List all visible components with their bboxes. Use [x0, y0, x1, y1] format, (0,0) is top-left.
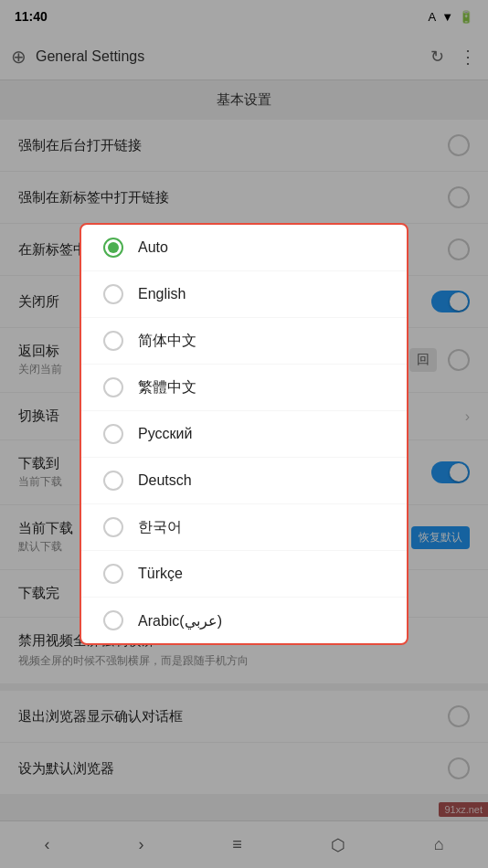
radio-inner-auto [108, 242, 119, 253]
language-dialog-overlay: Auto English 简体中文 繁體中文 Русский Deutsch 한… [0, 0, 488, 868]
radio-simplified-chinese[interactable] [103, 331, 123, 351]
radio-english[interactable] [103, 284, 123, 304]
dialog-option-russian[interactable]: Русский [81, 411, 407, 458]
radio-russian[interactable] [103, 424, 123, 444]
radio-german[interactable] [103, 471, 123, 491]
dialog-option-auto[interactable]: Auto [81, 225, 407, 271]
dialog-option-traditional-chinese[interactable]: 繁體中文 [81, 365, 407, 411]
radio-turkish[interactable] [103, 564, 123, 584]
language-dialog: Auto English 简体中文 繁體中文 Русский Deutsch 한… [80, 223, 408, 645]
dialog-option-korean[interactable]: 한국어 [81, 504, 407, 551]
dialog-option-german[interactable]: Deutsch [81, 458, 407, 504]
radio-korean[interactable] [103, 517, 123, 537]
dialog-option-arabic[interactable]: Arabic(عربي) [81, 598, 407, 643]
dialog-option-english[interactable]: English [81, 271, 407, 318]
radio-traditional-chinese[interactable] [103, 377, 123, 397]
dialog-option-turkish[interactable]: Türkçe [81, 551, 407, 598]
dialog-option-simplified-chinese[interactable]: 简体中文 [81, 318, 407, 365]
radio-auto[interactable] [103, 238, 123, 258]
radio-arabic[interactable] [103, 610, 123, 630]
